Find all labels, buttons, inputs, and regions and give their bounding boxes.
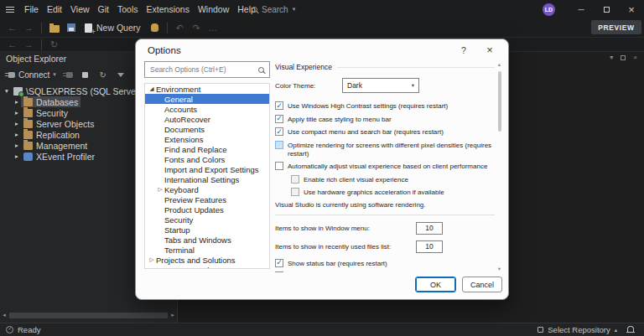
menu-item[interactable]: Git [94,0,113,18]
select-repository-button[interactable]: Select Repository ▴ [538,325,617,334]
checkbox-row[interactable]: ✓ Apply title case styling to menu bar [275,115,495,124]
tree-item-body[interactable]: Databases [21,96,80,107]
menu-item[interactable]: Window [194,0,233,18]
tree-item-body[interactable]: Security [21,107,70,118]
options-nav-item[interactable]: Documents [145,124,269,134]
checkbox[interactable]: ✓ [275,162,283,170]
titlebar-search[interactable]: Search ▾ [252,0,295,18]
options-search-input[interactable] [150,65,255,74]
filter-icon[interactable] [115,69,127,80]
scroll-right-icon[interactable]: ▸ [169,312,176,318]
expander-icon[interactable] [13,109,21,116]
checkbox[interactable]: ✓ [275,115,283,123]
menu-item[interactable]: View [66,0,94,18]
navigate-back-icon[interactable]: ← [4,21,20,35]
dialog-help-button[interactable]: ? [458,45,470,55]
expander-icon[interactable] [13,131,21,138]
options-nav-item[interactable]: General [145,94,269,104]
float-window-icon[interactable] [621,55,626,60]
options-search[interactable] [144,61,270,78]
checkbox[interactable]: ✓ [275,271,283,272]
scrollbar-thumb[interactable] [9,313,168,318]
preview-badge[interactable]: PREVIEW [591,20,641,34]
checkbox[interactable]: ✓ [291,175,299,184]
cancel-button[interactable]: Cancel [462,277,502,292]
options-nav-item[interactable]: Accounts [145,104,269,114]
options-nav-item[interactable]: International Settings [145,174,269,184]
hamburger-menu-icon[interactable] [0,0,20,18]
checkbox[interactable]: ✓ [275,127,283,136]
open-file-icon[interactable] [46,21,62,35]
maximize-button[interactable] [594,0,619,18]
navigate-forward-icon[interactable]: → [21,21,37,35]
minimize-button[interactable]: ─ [569,0,594,18]
options-nav-item[interactable]: Startup [145,225,269,235]
options-nav-item[interactable]: Find and Replace [145,144,269,154]
dialog-close-button[interactable]: × [483,44,496,56]
menu-item[interactable]: File [20,0,43,18]
options-nav-item[interactable]: AutoRecover [145,114,269,124]
checkbox-row[interactable]: ✓ Automatically adjust visual experience… [275,162,495,171]
recent-files-count-input[interactable] [416,240,443,253]
avatar[interactable]: LD [543,3,555,16]
checkbox[interactable]: ✓ [275,259,283,267]
checkbox[interactable]: ✓ [275,101,283,110]
menu-item[interactable]: Tools [113,0,143,18]
refresh-icon[interactable]: ↻ [97,69,109,80]
connect-button[interactable]: Connect ▾ [5,70,56,80]
horizontal-scrollbar[interactable]: ◂ ▸ [0,311,177,319]
ok-button[interactable]: OK [415,277,456,292]
options-nav-item[interactable]: Preview Features [145,194,269,204]
options-nav-item[interactable]: Product Updates [145,204,269,215]
checkbox-row[interactable]: ✓ Use hardware graphics acceleration if … [291,188,495,197]
stop-icon[interactable] [80,69,91,80]
checkbox-row[interactable]: ✓ Use Windows High Contrast settings (re… [275,101,495,111]
database-icon[interactable] [147,21,163,35]
checkbox-row[interactable]: ✓ Optimize rendering for screens with di… [275,141,495,158]
checkbox[interactable]: ✓ [275,141,283,149]
options-nav-item[interactable]: Keyboard [145,184,269,194]
tree-item-body[interactable]: XEvent Profiler [21,151,97,162]
tree-item-body[interactable]: Server Objects [21,118,96,129]
chevron-down-icon[interactable]: ▾ [610,54,613,61]
checkbox-row[interactable]: ✓ Use compact menu and search bar (requi… [275,127,495,137]
checkbox-row[interactable]: ✓ Enable rich client visual experience [291,175,495,184]
notifications-bell-icon[interactable] [627,326,634,332]
dialog-scrollbar[interactable]: ▴ ▾ [495,61,504,272]
options-nav-item[interactable]: Environment [145,84,269,94]
checkbox-row[interactable]: ✓ Show status bar (requires restart) [275,259,495,268]
options-nav-item[interactable]: Projects and Solutions [145,255,269,265]
options-nav-item[interactable]: Source Control [145,265,269,269]
scrollbar-thumb[interactable] [498,71,501,132]
toolbar-overflow-icon[interactable]: … [205,21,221,35]
new-query-button[interactable]: New Query [80,20,146,36]
expander-icon[interactable] [13,152,21,160]
undo-icon[interactable]: ↶ [172,21,188,35]
redo-icon[interactable]: ↷ [189,21,205,35]
expander-icon[interactable] [13,142,21,149]
options-nav-item[interactable]: Import and Export Settings [145,164,269,174]
refresh-icon[interactable]: ↻ [46,38,62,52]
checkbox-row[interactable]: ✓ Close button affects active tool windo… [275,271,495,272]
history-back-icon[interactable]: ← [4,38,20,52]
scroll-left-icon[interactable]: ◂ [1,312,8,318]
color-theme-select[interactable]: Dark ▾ [342,78,419,93]
window-menu-count-input[interactable] [416,222,443,235]
history-forward-icon[interactable]: → [21,38,37,52]
expander-icon[interactable] [13,98,21,106]
options-nav-item[interactable]: Tabs and Windows [145,235,269,245]
options-nav-item[interactable]: Security [145,215,269,225]
save-icon[interactable] [63,21,79,35]
scroll-up-icon[interactable]: ▴ [495,61,504,68]
expander-icon[interactable] [13,120,21,127]
menu-item[interactable]: Extensions [143,0,194,18]
tree-item-body[interactable]: Management [21,140,90,151]
checkbox[interactable]: ✓ [291,188,299,196]
menu-item[interactable]: Edit [43,0,66,18]
close-pane-icon[interactable]: × [633,54,637,61]
tree-item-body[interactable]: Replication [21,129,82,140]
expander-icon[interactable] [3,87,11,95]
disconnect-icon[interactable] [62,69,74,80]
options-nav-item[interactable]: Extensions [145,134,269,144]
options-nav-item[interactable]: Terminal [145,245,269,255]
